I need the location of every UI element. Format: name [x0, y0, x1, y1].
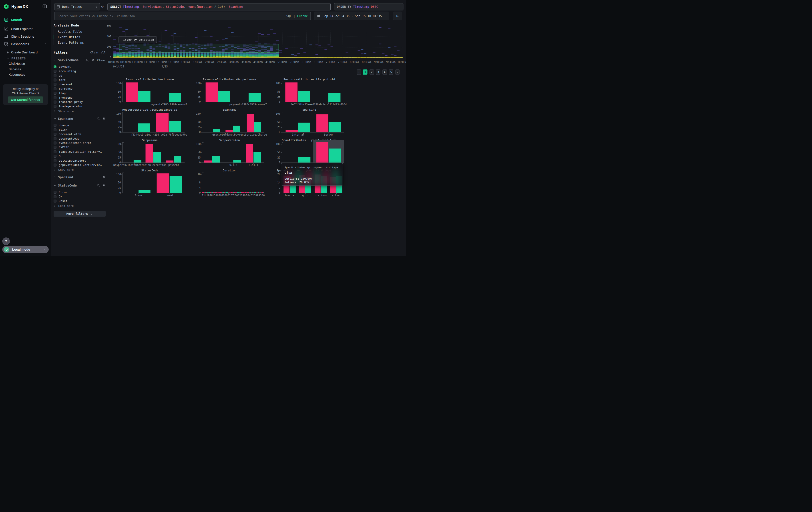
bar-inlier[interactable] — [213, 129, 220, 132]
checkbox-icon[interactable] — [54, 137, 56, 140]
filter-option[interactable]: Error — [54, 190, 106, 194]
filter-option[interactable]: click — [54, 128, 106, 132]
bar-inlier[interactable] — [329, 149, 341, 162]
pin-icon[interactable] — [91, 58, 95, 62]
checkbox-icon[interactable] — [54, 155, 56, 158]
filter-option[interactable]: currency — [54, 87, 106, 91]
filter-option[interactable]: flagd — [54, 91, 106, 96]
filter-group-header-statuscode[interactable]: StatusCode — [54, 183, 106, 188]
bar-inlier[interactable] — [169, 121, 181, 132]
filter-group-header-spanname[interactable]: SpanName — [54, 116, 106, 121]
run-query-button[interactable]: ▷ — [393, 11, 402, 20]
help-button[interactable]: ? — [2, 238, 10, 245]
filter-option[interactable]: getAdsByCategory — [54, 159, 106, 163]
bar-outlier[interactable] — [316, 114, 328, 132]
user-menu[interactable]: U Local mode — [2, 246, 49, 253]
bar-inlier[interactable] — [254, 122, 261, 132]
clear-group-button[interactable]: Clear — [97, 58, 106, 62]
sidebar-collapse-icon[interactable] — [42, 4, 47, 8]
bar-outlier[interactable] — [157, 173, 169, 193]
sidebar-item-client-sessions[interactable]: Client Sessions — [0, 33, 51, 39]
bar-inlier[interactable] — [298, 157, 311, 163]
checkbox-icon[interactable] — [54, 191, 56, 194]
gear-icon[interactable]: ⚙ — [101, 4, 104, 9]
sidebar-item-search[interactable]: Search — [0, 17, 51, 23]
show-more-button[interactable]: Show more — [54, 109, 106, 113]
bar-inlier[interactable] — [298, 91, 310, 102]
filter-by-selection-button[interactable]: Filter by Selection — [118, 36, 157, 43]
create-dashboard-button[interactable]: Create Dashboard — [0, 50, 51, 55]
bar-outlier[interactable] — [204, 161, 212, 162]
sidebar-item-dashboards[interactable]: Dashboards — [0, 41, 51, 47]
bar-outlier[interactable] — [145, 144, 153, 162]
date-range-picker[interactable]: Sep 14 22:04:35 - Sep 15 10:04:35 — [314, 11, 389, 20]
checkbox-icon[interactable] — [54, 87, 56, 90]
filter-option[interactable]: Ok — [54, 194, 106, 199]
checkbox-icon[interactable] — [54, 83, 56, 86]
toggle-lucene[interactable]: Lucene — [297, 14, 308, 18]
analysis-mode-event-deltas[interactable]: Event Deltas — [54, 34, 106, 40]
preset-item-kubernetes[interactable]: Kubernetes — [0, 72, 51, 77]
heatmap-selection-rect[interactable] — [119, 44, 279, 53]
bar-outlier[interactable] — [286, 82, 297, 102]
filter-option[interactable]: eventListener.error — [54, 141, 106, 145]
pagination-next-button[interactable]: › — [395, 70, 400, 75]
pagination-prev-button[interactable]: ‹ — [357, 70, 361, 75]
checkbox-icon[interactable] — [54, 164, 56, 166]
search-icon[interactable] — [86, 58, 89, 62]
filter-option[interactable]: frontend-proxy — [54, 100, 106, 104]
bar-inlier[interactable] — [174, 156, 181, 162]
checkbox-icon[interactable] — [54, 124, 56, 127]
analysis-mode-results-table[interactable]: Results Table — [54, 29, 106, 34]
checkbox-icon[interactable] — [54, 195, 56, 198]
checkbox-icon[interactable] — [54, 146, 56, 149]
checkbox-icon[interactable] — [54, 159, 56, 162]
filter-option[interactable]: ad — [54, 74, 106, 78]
filter-option[interactable]: Unset — [54, 199, 106, 203]
filter-option[interactable]: checkout — [54, 82, 106, 87]
pagination-page-4[interactable]: 4 — [382, 70, 387, 75]
bar-outlier[interactable] — [246, 114, 254, 132]
pagination-page-1[interactable]: 1 — [363, 70, 368, 75]
search-icon[interactable] — [97, 117, 100, 120]
filter-option[interactable]: ✓payment — [54, 64, 106, 69]
bar-outlier[interactable] — [126, 82, 138, 102]
bar-inlier[interactable] — [249, 93, 261, 102]
checkbox-icon[interactable] — [54, 133, 56, 136]
sql-select-editor[interactable]: SELECT Timestamp, ServiceName, StatusCod… — [107, 3, 330, 10]
bar-outlier[interactable] — [156, 113, 169, 132]
bar-inlier[interactable] — [138, 123, 150, 132]
bar-inlier[interactable] — [254, 152, 261, 163]
bar-inlier[interactable] — [218, 91, 230, 102]
bar-inlier[interactable] — [329, 122, 341, 132]
checkbox-icon[interactable] — [54, 70, 56, 73]
filter-option[interactable]: GET — [54, 154, 106, 159]
filter-option[interactable]: change — [54, 123, 106, 128]
checkbox-icon[interactable] — [54, 200, 56, 203]
filter-option[interactable]: grpc.oteldemo.CartServic… — [54, 163, 106, 167]
checkbox-icon[interactable] — [54, 79, 56, 81]
filter-group-header-servicename[interactable]: ServiceNameClear — [54, 58, 106, 62]
bar-inlier[interactable] — [328, 93, 340, 102]
bar-outlier[interactable] — [206, 82, 218, 102]
checkbox-icon[interactable] — [54, 101, 56, 104]
filter-option[interactable]: accounting — [54, 69, 106, 74]
filter-option[interactable]: documentFetch — [54, 132, 106, 136]
pin-icon[interactable] — [102, 176, 106, 179]
filter-option[interactable]: frontend — [54, 96, 106, 100]
filter-group-header-spankind[interactable]: SpanKind — [54, 175, 106, 180]
bar-inlier[interactable] — [170, 176, 182, 193]
order-by-editor[interactable]: ORDER BY Timestamp DESC — [334, 3, 403, 10]
more-filters-button[interactable]: More filters — [54, 211, 106, 217]
filter-option[interactable]: load-generator — [54, 104, 106, 109]
filter-option[interactable]: flagd.evaluation.v1.Serv… — [54, 150, 106, 154]
preset-item-clickhouse[interactable]: ClickHouse — [0, 61, 51, 66]
filter-option[interactable]: EXPIRE — [54, 145, 106, 150]
sidebar-item-chart-explorer[interactable]: Chart Explorer — [0, 26, 51, 32]
bar-inlier[interactable] — [233, 126, 240, 132]
checkbox-icon[interactable] — [54, 141, 56, 144]
pagination-page-2[interactable]: 2 — [370, 70, 374, 75]
bar-inlier[interactable] — [169, 93, 181, 102]
bar-outlier[interactable] — [246, 144, 253, 162]
load-more-button[interactable]: Load more — [54, 204, 106, 208]
